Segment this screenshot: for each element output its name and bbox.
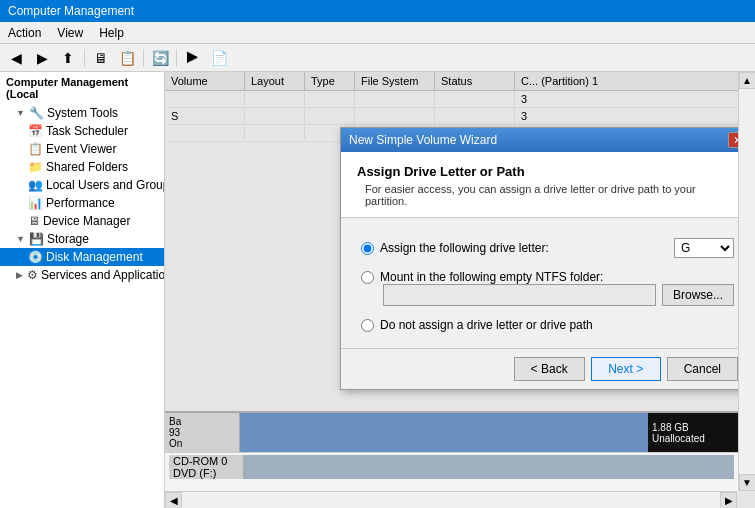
toolbar-show-hide[interactable]: 🖥 [89,47,113,69]
option-no-assign: Do not assign a drive letter or drive pa… [361,318,734,332]
ntfs-radio-row: Mount in the following empty NTFS folder… [361,270,734,284]
sidebar-item-performance[interactable]: 📊 Performance [0,194,164,212]
next-button[interactable]: Next > [591,357,661,381]
title-bar: Computer Management [0,0,755,22]
sidebar-label-shared-folders: Shared Folders [46,160,128,174]
title-text: Computer Management [8,4,134,18]
sidebar-label-storage: Storage [47,232,89,246]
radio-assign-letter[interactable] [361,242,374,255]
disk-row: Ba 93 On 1.88 GB Unallocated [165,413,738,453]
toolbar: ◀ ▶ ⬆ 🖥 📋 🔄 ⯈ 📄 [0,44,755,72]
cdrom-partition [244,455,734,479]
disk-unallocated: 1.88 GB Unallocated [648,413,738,452]
radio-group: Assign the following drive letter: G H I… [361,238,734,332]
disk-on: On [169,438,235,449]
sidebar: Computer Management (Local ▼ 🔧 System To… [0,72,165,508]
cdrom-label: CD-ROM 0 DVD (F:) [169,455,244,479]
disk-ba: Ba [169,416,235,427]
dialog-body: Assign the following drive letter: G H I… [341,218,754,348]
expand-icon: ▼ [16,108,25,118]
toolbar-sep1 [84,49,85,67]
sidebar-header: Computer Management (Local [0,72,164,104]
cdrom-title: CD-ROM 0 [173,455,239,467]
toolbar-refresh[interactable]: 🔄 [148,47,172,69]
toolbar-forward[interactable]: ▶ [30,47,54,69]
browse-button[interactable]: Browse... [662,284,734,306]
sidebar-item-device-manager[interactable]: 🖥 Device Manager [0,212,164,230]
cancel-button[interactable]: Cancel [667,357,738,381]
sidebar-item-services-apps[interactable]: ▶ ⚙ Services and Applications [0,266,164,284]
menu-bar: Action View Help [0,22,755,44]
drive-letter-select[interactable]: G H I J [674,238,734,258]
dialog-header-desc: For easier access, you can assign a driv… [357,183,738,207]
ntfs-path-input[interactable] [383,284,656,306]
unallocated-label: Unallocated [652,433,734,444]
menu-view[interactable]: View [49,24,91,42]
scroll-up-arrow[interactable]: ▲ [739,72,756,89]
event-viewer-icon: 📋 [28,142,43,156]
dialog-titlebar: New Simple Volume Wizard ✕ [341,128,754,152]
disk-93: 93 [169,427,235,438]
sidebar-label-task-scheduler: Task Scheduler [46,124,128,138]
toolbar-new[interactable]: ⯈ [181,47,205,69]
content-area: Volume Layout Type File System Status C.… [165,72,755,508]
disk-management-icon: 💿 [28,250,43,264]
label-mount-ntfs[interactable]: Mount in the following empty NTFS folder… [380,270,603,284]
services-expand-icon: ▶ [16,270,23,280]
option-assign-letter: Assign the following drive letter: G H I… [361,238,734,258]
dialog-footer: < Back Next > Cancel [341,348,754,389]
scroll-left-arrow[interactable]: ◀ [165,492,182,509]
menu-action[interactable]: Action [0,24,49,42]
option-mount-ntfs: Mount in the following empty NTFS folder… [361,270,734,306]
vertical-scrollbar[interactable]: ▲ ▼ [738,72,755,491]
toolbar-sep2 [143,49,144,67]
label-assign-letter[interactable]: Assign the following drive letter: [380,241,549,255]
sidebar-label-event-viewer: Event Viewer [46,142,116,156]
disk-area: Ba 93 On 1.88 GB Unallocated CD-ROM 0 DV… [165,411,738,491]
cdrom-subtitle: DVD (F:) [173,467,239,479]
scroll-right-arrow[interactable]: ▶ [720,492,737,509]
services-icon: ⚙ [27,268,38,282]
ntfs-input-row: Browse... [361,284,734,306]
local-users-icon: 👥 [28,178,43,192]
horizontal-scrollbar[interactable]: ◀ ▶ [165,491,737,508]
performance-icon: 📊 [28,196,43,210]
sidebar-label-device-manager: Device Manager [43,214,130,228]
sidebar-label-performance: Performance [46,196,115,210]
task-scheduler-icon: 📅 [28,124,43,138]
system-tools-icon: 🔧 [29,106,44,120]
sidebar-item-shared-folders[interactable]: 📁 Shared Folders [0,158,164,176]
radio-no-assign[interactable] [361,319,374,332]
sidebar-label-system-tools: System Tools [47,106,118,120]
sidebar-item-storage[interactable]: ▼ 💾 Storage [0,230,164,248]
label-no-assign[interactable]: Do not assign a drive letter or drive pa… [380,318,593,332]
back-button[interactable]: < Back [514,357,585,381]
sidebar-label-disk-management: Disk Management [46,250,143,264]
unallocated-size: 1.88 GB [652,422,734,433]
storage-expand-icon: ▼ [16,234,25,244]
dialog-title: New Simple Volume Wizard [349,133,497,147]
sidebar-item-system-tools[interactable]: ▼ 🔧 System Tools [0,104,164,122]
sidebar-label-local-users: Local Users and Groups [46,178,165,192]
toolbar-export[interactable]: 📄 [207,47,231,69]
device-manager-icon: 🖥 [28,214,40,228]
sidebar-label-services-apps: Services and Applications [41,268,165,282]
sidebar-item-task-scheduler[interactable]: 📅 Task Scheduler [0,122,164,140]
sidebar-item-disk-management[interactable]: 💿 Disk Management [0,248,164,266]
radio-mount-ntfs[interactable] [361,271,374,284]
toolbar-properties[interactable]: 📋 [115,47,139,69]
menu-help[interactable]: Help [91,24,132,42]
cdrom-row: CD-ROM 0 DVD (F:) [165,453,738,481]
sidebar-item-event-viewer[interactable]: 📋 Event Viewer [0,140,164,158]
main-layout: Computer Management (Local ▼ 🔧 System To… [0,72,755,508]
storage-icon: 💾 [29,232,44,246]
disk-label-area: Ba 93 On [165,413,240,452]
toolbar-sep3 [176,49,177,67]
toolbar-up[interactable]: ⬆ [56,47,80,69]
dialog-header: Assign Drive Letter or Path For easier a… [341,152,754,218]
disk-partition-blue [240,413,648,452]
dialog-header-title: Assign Drive Letter or Path [357,164,738,179]
sidebar-item-local-users[interactable]: 👥 Local Users and Groups [0,176,164,194]
toolbar-back[interactable]: ◀ [4,47,28,69]
scroll-down-arrow[interactable]: ▼ [739,474,756,491]
